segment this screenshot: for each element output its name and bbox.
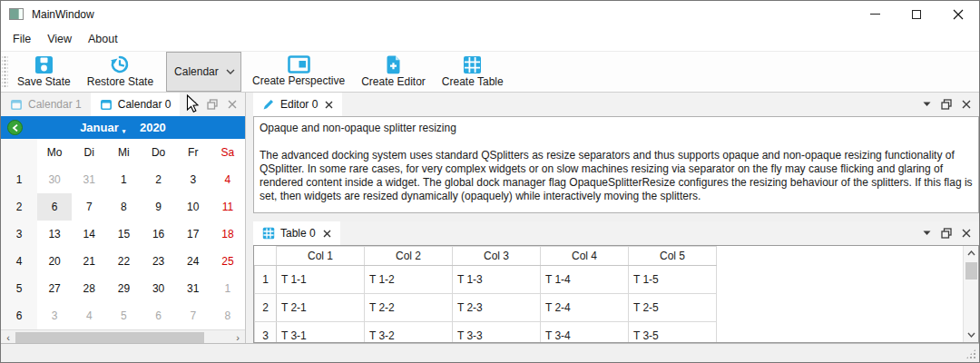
day-cell[interactable]: 7 [176,302,211,329]
close-button[interactable] [937,1,979,27]
day-cell[interactable]: 24 [176,248,211,275]
table-cell[interactable]: T 2-5 [629,294,717,322]
table-cell[interactable]: T 1-5 [629,266,717,294]
day-cell[interactable]: 17 [176,221,211,248]
day-cell[interactable]: 28 [72,275,106,302]
table-cell[interactable]: T 3-5 [629,322,717,344]
table-cell[interactable]: T 2-1 [277,294,365,322]
day-cell[interactable]: 1 [106,166,141,193]
table-cell[interactable]: T 2-4 [541,294,629,322]
day-cell-selected[interactable]: 6 [37,193,72,221]
day-cell[interactable]: 8 [211,302,245,329]
panel-menu-caret-icon[interactable] [923,231,931,236]
day-cell[interactable]: 27 [37,275,72,302]
menu-file[interactable]: File [5,29,39,49]
create-editor-button[interactable]: Create Editor [353,52,434,92]
save-state-button[interactable]: Save State [9,52,79,92]
day-cell[interactable]: 29 [106,275,141,302]
table-cell[interactable]: T 2-3 [453,294,541,322]
menu-about[interactable]: About [80,29,126,49]
month-button[interactable]: Januar [80,121,119,134]
column-header[interactable]: Col 3 [453,247,541,266]
previous-month-button[interactable] [7,120,23,135]
scroll-down-icon[interactable] [964,328,978,342]
row-header[interactable]: 1 [255,266,277,294]
row-header[interactable]: 3 [255,322,277,344]
table-cell[interactable]: T 3-1 [277,322,365,344]
horizontal-splitter[interactable] [253,213,979,221]
widget-type-combobox[interactable]: Calendar [166,52,241,92]
row-header[interactable]: 2 [255,294,277,322]
day-cell[interactable]: 14 [72,221,106,248]
day-cell[interactable]: 9 [142,193,176,221]
panel-close-icon[interactable] [962,229,971,238]
day-cell[interactable]: 31 [176,275,211,302]
panel-float-icon[interactable] [941,99,952,110]
table-cell[interactable]: T 3-4 [541,322,629,344]
table-cell[interactable]: T 1-4 [541,266,629,294]
day-cell[interactable]: 7 [72,193,106,221]
editor-text-area[interactable]: Opaque and non-opaque splitter resizing … [253,116,979,213]
restore-state-button[interactable]: Restore State [79,52,162,92]
table-cell[interactable]: T 2-2 [365,294,453,322]
day-cell[interactable]: 15 [106,221,141,248]
menu-view[interactable]: View [39,29,80,49]
day-cell[interactable]: 20 [37,248,72,275]
day-cell[interactable]: 2 [142,166,176,193]
day-cell[interactable]: 1 [211,275,245,302]
scrollbar-thumb[interactable] [15,332,204,343]
panel-close-icon[interactable] [228,100,237,109]
table-cell[interactable]: T 3-2 [365,322,453,344]
column-header[interactable]: Col 2 [365,247,453,266]
maximize-button[interactable] [896,1,937,27]
day-cell[interactable]: 11 [211,193,245,221]
scroll-right-icon[interactable]: › [230,332,245,343]
day-cell[interactable]: 3 [37,302,72,329]
day-cell[interactable]: 10 [176,193,211,221]
day-cell[interactable]: 4 [211,166,245,193]
day-cell[interactable]: 13 [37,221,72,248]
table-cell[interactable]: T 1-1 [277,266,365,294]
day-cell[interactable]: 16 [142,221,176,248]
table-cell[interactable]: T 1-2 [365,266,453,294]
column-header[interactable]: Col 4 [541,247,629,266]
tab-calendar-0[interactable]: Calendar 0 [91,93,181,116]
column-header[interactable]: Col 1 [277,247,365,266]
day-cell[interactable]: 8 [106,193,141,221]
table-cell[interactable]: T 3-3 [453,322,541,344]
panel-float-icon[interactable] [207,99,218,110]
column-header[interactable]: Col 5 [629,247,717,266]
day-cell[interactable]: 21 [72,248,106,275]
table-cell[interactable]: T 1-3 [453,266,541,294]
minimize-button[interactable] [854,1,896,27]
day-cell[interactable]: 25 [211,248,245,275]
size-grip[interactable] [965,348,976,359]
toolbar-drag-handle[interactable] [2,54,8,89]
day-cell[interactable]: 30 [37,166,72,193]
tab-calendar-1[interactable]: Calendar 1 [1,93,91,116]
panel-close-icon[interactable] [962,100,971,109]
panel-float-icon[interactable] [941,228,952,239]
day-cell[interactable]: 4 [72,302,106,329]
panel-menu-caret-icon[interactable] [923,102,931,107]
tab-editor-0[interactable]: Editor 0 [253,93,342,116]
tab-close-button[interactable] [323,230,331,238]
day-cell[interactable]: 30 [142,275,176,302]
day-cell[interactable]: 31 [72,166,106,193]
create-table-button[interactable]: Create Table [434,52,512,92]
calendar-horizontal-scrollbar[interactable]: ‹ › [1,329,245,344]
day-cell[interactable]: 18 [211,221,245,248]
year-button[interactable]: 2020 [140,121,166,134]
day-cell[interactable]: 3 [176,166,211,193]
scroll-up-icon[interactable] [964,246,978,260]
day-cell[interactable]: 22 [106,248,141,275]
table-vertical-scrollbar[interactable] [963,246,978,342]
day-cell[interactable]: 6 [142,302,176,329]
tab-table-0[interactable]: Table 0 [253,221,340,245]
create-perspective-button[interactable]: Create Perspective [244,52,353,92]
scroll-left-icon[interactable]: ‹ [1,332,15,343]
vertical-splitter[interactable] [246,93,253,343]
day-cell[interactable]: 23 [142,248,176,275]
day-cell[interactable]: 5 [106,302,141,329]
scrollbar-thumb[interactable] [965,262,977,280]
